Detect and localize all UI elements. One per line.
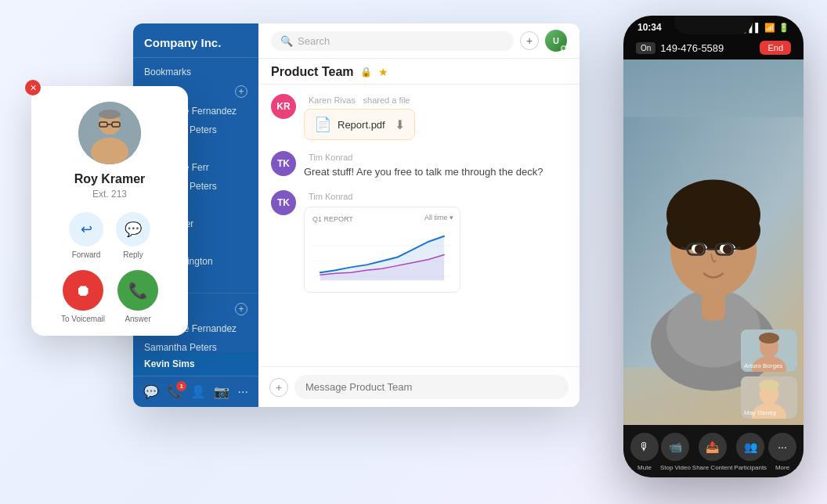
svg-point-24 bbox=[723, 245, 732, 254]
chat-footer-icon[interactable]: 💬 bbox=[143, 384, 159, 399]
svg-point-6 bbox=[99, 110, 121, 119]
legend-1: —2019 bbox=[324, 291, 345, 293]
participants-button[interactable]: 👥 Participants bbox=[734, 433, 767, 471]
voicemail-button[interactable]: ⏺ To Voicemail bbox=[61, 270, 105, 323]
forward-label: Forward bbox=[72, 250, 101, 259]
small-video-1-label: Arturo Borges bbox=[744, 362, 782, 369]
call-number: 149-476-5589 bbox=[660, 42, 724, 54]
phone-controls: 🎙 Mute 📹 Stop Video 📤 Share Content 👥 Pa… bbox=[623, 425, 804, 477]
contacts-footer-icon[interactable]: 👤 bbox=[190, 384, 206, 399]
more-footer-icon[interactable]: ··· bbox=[238, 385, 248, 399]
video-main: Arturo Borges May Gentry bbox=[623, 59, 804, 425]
wifi-icon: 📶 bbox=[764, 23, 775, 33]
reply-button[interactable]: 💬 Reply bbox=[116, 212, 150, 259]
mute-button[interactable]: 🎙 Mute bbox=[630, 433, 659, 471]
channel-star-icon[interactable]: ★ bbox=[378, 66, 388, 78]
chat-input-area: + bbox=[258, 366, 580, 407]
share-content-icon: 📤 bbox=[699, 433, 727, 461]
file-name: Report.pdf bbox=[338, 119, 385, 131]
messages-area: KR Karen Rivas shared a file 📄 Report.pd… bbox=[258, 85, 580, 366]
participants-icon: 👥 bbox=[736, 433, 764, 461]
phone-device: 10:34 ▌▌▌ 📶 🔋 On 149-476-5589 End bbox=[623, 16, 804, 477]
sidebar-item-samantha3[interactable]: Samantha Peters bbox=[133, 338, 258, 352]
more-icon: ··· bbox=[768, 433, 796, 461]
message-2-sender: Tim Konrad bbox=[304, 151, 567, 163]
download-icon[interactable]: ⬇ bbox=[395, 117, 405, 132]
share-content-button[interactable]: 📤 Share Content bbox=[692, 433, 733, 471]
small-video-2-label: May Gentry bbox=[744, 409, 776, 416]
contact-quick-actions: ↩ Forward 💬 Reply bbox=[69, 212, 150, 259]
stop-video-icon: 📹 bbox=[661, 433, 689, 461]
desktop-window: Company Inc. Bookmarks Favorites + Jacqu… bbox=[133, 23, 580, 407]
karen-avatar: KR bbox=[271, 94, 296, 119]
answer-button[interactable]: 📞 Answer bbox=[117, 270, 158, 323]
call-actions: ⏺ To Voicemail 📞 Answer bbox=[61, 270, 158, 323]
stop-video-button[interactable]: 📹 Stop Video bbox=[660, 433, 691, 471]
message-2-text: Great stuff! Are you free to talk me thr… bbox=[304, 165, 567, 179]
channel-lock-icon: 🔒 bbox=[360, 67, 372, 77]
message-1: KR Karen Rivas shared a file 📄 Report.pd… bbox=[271, 94, 567, 140]
answer-icon: 📞 bbox=[117, 270, 158, 311]
sidebar-item-kevin-sims[interactable]: Kevin Sims bbox=[133, 352, 258, 376]
pdf-icon: 📄 bbox=[314, 116, 331, 133]
phone-footer-icon[interactable]: 📞 1 bbox=[167, 384, 182, 399]
forward-icon: ↩ bbox=[69, 212, 103, 247]
voicemail-label: To Voicemail bbox=[61, 315, 105, 323]
forward-button[interactable]: ↩ Forward bbox=[69, 212, 103, 259]
battery-icon: 🔋 bbox=[778, 23, 789, 33]
chart-filter[interactable]: All time ▾ bbox=[424, 214, 453, 221]
more-label: More bbox=[775, 464, 789, 471]
message-1-action: shared a file bbox=[363, 95, 410, 105]
message-2-content: Tim Konrad Great stuff! Are you free to … bbox=[304, 151, 567, 179]
share-content-label: Share Content bbox=[692, 464, 733, 471]
search-icon: 🔍 bbox=[280, 35, 293, 47]
phone-time: 10:34 bbox=[637, 22, 662, 33]
contact-avatar bbox=[78, 102, 141, 164]
stop-video-label: Stop Video bbox=[660, 464, 691, 471]
add-section-icon[interactable]: + bbox=[235, 303, 247, 315]
search-bar[interactable]: 🔍 Search bbox=[271, 31, 514, 51]
message-3-sender: Tim Konrad bbox=[304, 190, 567, 202]
phone-screen: 10:34 ▌▌▌ 📶 🔋 On 149-476-5589 End bbox=[623, 16, 804, 477]
contact-name: Roy Kramer bbox=[74, 172, 146, 186]
chat-area: 🔍 Search + U Product Team 🔒 ★ KR bbox=[258, 23, 580, 407]
small-videos: Arturo Borges May Gentry bbox=[741, 329, 797, 419]
tim-avatar-1: TK bbox=[271, 151, 296, 176]
phone-badge: 1 bbox=[176, 381, 186, 391]
chat-add-button[interactable]: + bbox=[269, 378, 288, 397]
reply-label: Reply bbox=[123, 250, 143, 259]
more-button[interactable]: ··· More bbox=[768, 433, 796, 471]
answer-label: Answer bbox=[125, 315, 150, 323]
voicemail-icon: ⏺ bbox=[63, 270, 103, 311]
end-call-button[interactable]: End bbox=[760, 41, 791, 55]
svg-point-23 bbox=[695, 245, 704, 254]
svg-point-20 bbox=[698, 194, 729, 225]
message-3-content: Tim Konrad Q1 REPORT All time ▾ bbox=[304, 190, 567, 293]
phone-notch bbox=[674, 16, 753, 34]
top-bar: 🔍 Search + U bbox=[258, 23, 580, 59]
search-placeholder: Search bbox=[298, 35, 330, 47]
add-contact-button[interactable]: + bbox=[520, 31, 539, 50]
user-avatar: U bbox=[545, 30, 567, 52]
tim-avatar-2: TK bbox=[271, 190, 296, 215]
message-2: TK Tim Konrad Great stuff! Are you free … bbox=[271, 151, 567, 179]
close-button[interactable]: ✕ bbox=[25, 80, 41, 95]
small-video-2: May Gentry bbox=[741, 376, 797, 419]
legend-2: —2018 bbox=[363, 291, 383, 293]
chart-title: Q1 REPORT bbox=[312, 215, 353, 223]
message-3: TK Tim Konrad Q1 REPORT All time ▾ bbox=[271, 190, 567, 293]
message-input[interactable] bbox=[294, 375, 569, 399]
sidebar-footer: 💬 📞 1 👤 📷 ··· bbox=[133, 376, 258, 407]
svg-point-37 bbox=[759, 380, 779, 391]
chart-svg bbox=[312, 228, 452, 286]
channel-title: Product Team bbox=[271, 65, 354, 79]
small-video-1: Arturo Borges bbox=[741, 329, 797, 372]
reply-icon: 💬 bbox=[116, 212, 150, 247]
file-attachment[interactable]: 📄 Report.pdf ⬇ bbox=[304, 109, 415, 140]
on-badge: On bbox=[636, 42, 655, 54]
add-favorites-icon[interactable]: + bbox=[235, 85, 247, 98]
contact-ext: Ext. 213 bbox=[92, 189, 127, 200]
message-1-sender: Karen Rivas shared a file bbox=[304, 94, 567, 106]
sidebar-item-bookmarks[interactable]: Bookmarks bbox=[133, 63, 258, 81]
video-footer-icon[interactable]: 📷 bbox=[214, 384, 229, 399]
